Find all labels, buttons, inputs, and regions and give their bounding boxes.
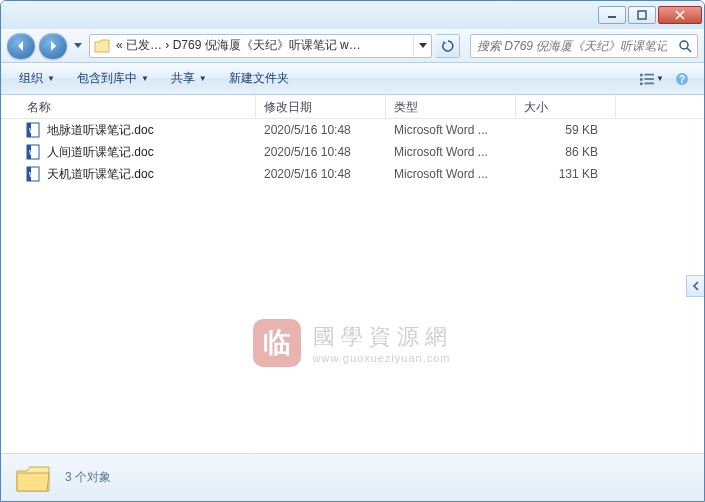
file-size: 131 KB <box>516 167 616 181</box>
header-type[interactable]: 类型 <box>386 95 516 118</box>
header-name[interactable]: 名称 <box>1 95 256 118</box>
header-size[interactable]: 大小 <box>516 95 616 118</box>
organize-menu[interactable]: 组织 ▼ <box>11 66 63 91</box>
file-name: 地脉道听课笔记.doc <box>47 122 154 139</box>
minimize-button[interactable] <box>598 6 626 24</box>
svg-rect-3 <box>640 73 643 76</box>
file-type: Microsoft Word ... <box>386 167 516 181</box>
address-dropdown[interactable] <box>413 35 431 57</box>
help-button[interactable]: ? <box>670 67 694 91</box>
svg-rect-6 <box>644 78 654 80</box>
include-library-menu[interactable]: 包含到库中 ▼ <box>69 66 157 91</box>
breadcrumb-separator: › <box>165 38 169 52</box>
new-folder-button[interactable]: 新建文件夹 <box>221 66 297 91</box>
file-date: 2020/5/16 10:48 <box>256 167 386 181</box>
watermark: 临 國學資源網 www.guoxueziyuan.com <box>253 319 453 367</box>
command-bar: 组织 ▼ 包含到库中 ▼ 共享 ▼ 新建文件夹 ▼ ? <box>1 63 704 95</box>
status-count: 3 个对象 <box>65 469 111 486</box>
history-dropdown[interactable] <box>71 43 85 49</box>
svg-text:W: W <box>29 149 36 156</box>
maximize-button[interactable] <box>628 6 656 24</box>
search-box[interactable] <box>470 34 698 58</box>
search-icon[interactable] <box>673 39 697 53</box>
view-options-button[interactable]: ▼ <box>640 67 664 91</box>
close-button[interactable] <box>658 6 702 24</box>
column-headers: 名称 修改日期 类型 大小 <box>1 95 704 119</box>
file-row[interactable]: W地脉道听课笔记.doc 2020/5/16 10:48 Microsoft W… <box>1 119 704 141</box>
file-type: Microsoft Word ... <box>386 145 516 159</box>
file-list: W地脉道听课笔记.doc 2020/5/16 10:48 Microsoft W… <box>1 119 704 453</box>
address-text: « 已发… › D769 倪海厦《天纪》听课笔记 w… <box>114 37 413 54</box>
file-type: Microsoft Word ... <box>386 123 516 137</box>
svg-rect-7 <box>640 82 643 85</box>
header-date[interactable]: 修改日期 <box>256 95 386 118</box>
watermark-url: www.guoxueziyuan.com <box>313 352 453 364</box>
watermark-title: 國學資源網 <box>313 322 453 352</box>
refresh-button[interactable] <box>436 34 460 58</box>
explorer-window: « 已发… › D769 倪海厦《天纪》听课笔记 w… 组织 ▼ 包含到库中 ▼… <box>0 0 705 502</box>
svg-text:W: W <box>29 127 36 134</box>
forward-button[interactable] <box>39 33 67 59</box>
word-doc-icon: W <box>25 166 41 182</box>
file-row[interactable]: W天机道听课笔记.doc 2020/5/16 10:48 Microsoft W… <box>1 163 704 185</box>
back-button[interactable] <box>7 33 35 59</box>
file-size: 59 KB <box>516 123 616 137</box>
folder-icon <box>92 36 112 56</box>
scrollbar-expand[interactable] <box>686 275 704 297</box>
file-row[interactable]: W人间道听课笔记.doc 2020/5/16 10:48 Microsoft W… <box>1 141 704 163</box>
svg-text:W: W <box>29 171 36 178</box>
svg-rect-0 <box>608 16 616 18</box>
svg-text:?: ? <box>679 73 685 84</box>
titlebar <box>1 1 704 29</box>
address-bar[interactable]: « 已发… › D769 倪海厦《天纪》听课笔记 w… <box>89 34 432 58</box>
details-pane: 3 个对象 <box>1 453 704 501</box>
file-name: 天机道听课笔记.doc <box>47 166 154 183</box>
word-doc-icon: W <box>25 144 41 160</box>
file-date: 2020/5/16 10:48 <box>256 123 386 137</box>
search-input[interactable] <box>471 39 673 53</box>
watermark-seal: 临 <box>253 319 301 367</box>
svg-rect-5 <box>640 78 643 81</box>
file-date: 2020/5/16 10:48 <box>256 145 386 159</box>
folder-large-icon <box>15 463 51 493</box>
svg-rect-8 <box>644 82 654 84</box>
content-area: 名称 修改日期 类型 大小 W地脉道听课笔记.doc 2020/5/16 10:… <box>1 95 704 453</box>
svg-point-2 <box>680 41 688 49</box>
share-menu[interactable]: 共享 ▼ <box>163 66 215 91</box>
svg-rect-4 <box>644 73 654 75</box>
word-doc-icon: W <box>25 122 41 138</box>
svg-rect-1 <box>638 11 646 19</box>
file-name: 人间道听课笔记.doc <box>47 144 154 161</box>
file-size: 86 KB <box>516 145 616 159</box>
navigation-bar: « 已发… › D769 倪海厦《天纪》听课笔记 w… <box>1 29 704 63</box>
